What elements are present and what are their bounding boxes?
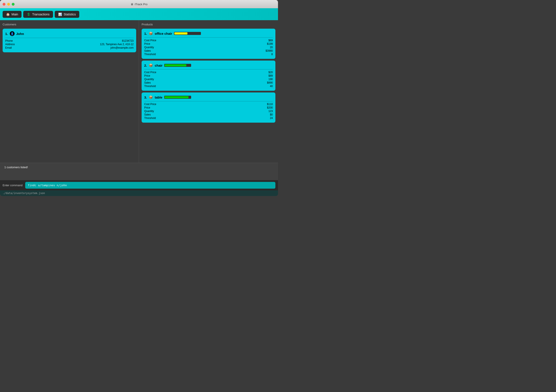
product-1-stock-bar-empty [187,32,201,35]
customer-card: 1. 👤 John Phone 81234723 Address 123, Ta… [3,29,136,52]
sales-value-3: $0 [270,113,273,116]
cost-price-value-2: $20 [269,71,273,74]
customer-email-row: Email john@example.com [5,46,134,49]
cost-price-label-3: Cost Price [144,103,156,106]
quantity-label-3: Quantity [144,110,154,113]
price-label-2: Price [144,74,150,77]
quantity-label-2: Quantity [144,78,154,81]
phone-value: 81234723 [122,39,134,42]
file-path: ./data/inventorysystem.json [3,192,45,195]
price-label-1: Price [144,42,150,45]
cost-price-label-1: Cost Price [144,39,156,42]
home-icon: 🏠 [6,13,10,16]
threshold-label-3: Threshold [144,117,156,120]
nav-main-button[interactable]: 🏠 Main [3,11,22,18]
status-area: 1 customers listed! [0,163,278,180]
product-card-2: 2. 📦 chair Cost Price $20 Price $89 [142,60,275,91]
command-label: Enter command [3,184,23,187]
sales-label-1: Sales [144,49,151,52]
product-2-threshold-row: Threshold 40 [144,85,273,88]
sales-value-2: $890 [267,81,273,84]
product-3-threshold-row: Threshold 24 [144,117,273,120]
product-1-name: office chair [155,32,172,35]
customer-number: 1. [5,32,8,36]
email-value: john@example.com [111,46,134,49]
app-icon: 🖥 [131,3,133,6]
main-content: Customers 1. 👤 John Phone 81234723 Addre… [0,20,278,163]
product-1-stock-bar [174,32,187,35]
nav-statistics-button[interactable]: 📊 Statistics [55,11,79,18]
address-value: 123, Tampines Ave 2, #10-12 [100,43,134,46]
threshold-value-3: 24 [270,117,273,120]
navbar: 🏠 Main 💲 Transactions 📊 Statistics [0,8,278,20]
product-3-quantity-row: Quantity 123 [144,110,273,113]
sales-label-3: Sales [144,113,151,116]
person-icon: 👤 [10,31,15,36]
sales-value-1: $3980 [266,49,273,52]
customer-address-row: Address 123, Tampines Ave 2, #10-12 [5,43,134,46]
customers-header: Customers [3,23,136,26]
price-value-2: $89 [269,74,273,77]
product-1-divider [144,37,273,38]
customer-name: John [16,32,24,36]
phone-label: Phone [5,39,13,42]
product-1-number: 1. [144,32,147,35]
product-3-stock-bar-container [164,96,191,99]
product-1-threshold-row: Threshold 8 [144,53,273,56]
maximize-button[interactable] [12,3,15,6]
email-label: Email [5,46,12,49]
threshold-value-2: 40 [270,85,273,88]
product-3-divider [144,101,273,101]
products-header: Products [142,23,275,26]
product-1-quantity-row: Quantity 20 [144,46,273,49]
product-2-stock-bar-empty [186,64,191,66]
product-2-stock-bar-container [164,64,191,67]
titlebar: 🖥 iTrack Pro [0,0,278,8]
quantity-value-1: 20 [270,46,273,49]
minimize-button[interactable] [7,3,10,6]
product-2-price-row: Price $89 [144,74,273,77]
product-1-cost-row: Cost Price $69 [144,39,273,42]
product-2-number: 2. [144,64,147,67]
product-3-cost-row: Cost Price $110 [144,103,273,106]
product-3-name: table [155,96,162,99]
quantity-value-3: 123 [269,110,273,113]
threshold-label-2: Threshold [144,85,156,88]
window-title: 🖥 iTrack Pro [131,3,147,6]
cost-price-label-2: Cost Price [144,71,156,74]
customer-phone-row: Phone 81234723 [5,39,134,42]
close-button[interactable] [3,3,5,6]
product-card-3: 3. 📦 table Cost Price $110 Price $200 [142,92,275,123]
customer-title: 1. 👤 John [5,31,134,36]
command-input[interactable] [25,182,275,189]
product-1-price-row: Price $199 [144,42,273,45]
price-value-1: $199 [267,42,273,45]
cube-icon-3: 📦 [149,95,153,99]
product-2-stock-bar [165,64,186,66]
cube-icon-2: 📦 [149,63,153,68]
price-value-3: $200 [267,106,273,109]
product-3-sales-row: Sales $0 [144,113,273,116]
products-panel: Products 1. 📦 office chair Cost Price $6… [139,20,278,163]
quantity-label-1: Quantity [144,46,154,49]
customers-panel: Customers 1. 👤 John Phone 81234723 Addre… [0,20,139,163]
status-message: 1 customers listed! [4,166,28,169]
card-divider [5,38,134,38]
product-1-stock-bar-container [174,32,201,35]
product-2-sales-row: Sales $890 [144,81,273,84]
cost-price-value-1: $69 [269,39,273,42]
sales-label-2: Sales [144,81,151,84]
product-2-divider [144,69,273,69]
product-2-quantity-row: Quantity 190 [144,78,273,81]
nav-transactions-button[interactable]: 💲 Transactions [23,11,53,18]
statistics-icon: 📊 [58,13,62,16]
threshold-value-1: 8 [271,53,273,56]
cube-icon-1: 📦 [149,31,153,36]
product-3-stock-bar-empty [188,96,191,98]
app-window: 🖥 iTrack Pro 🏠 Main 💲 Transactions 📊 Sta… [0,0,278,196]
cost-price-value-3: $110 [267,103,273,106]
threshold-label-1: Threshold [144,53,156,56]
product-card-1: 1. 📦 office chair Cost Price $69 Price $… [142,29,275,59]
product-3-number: 3. [144,96,147,99]
product-3-stock-bar [165,96,188,98]
